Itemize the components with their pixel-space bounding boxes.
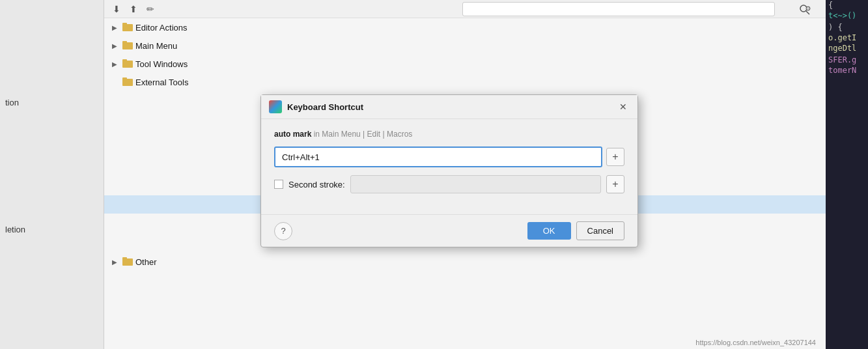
tree-arrow-main-menu[interactable]: ▶ xyxy=(109,40,120,51)
sort-down-icon[interactable]: ⬇ xyxy=(109,2,124,16)
dialog-logo-icon xyxy=(269,100,282,113)
svg-rect-4 xyxy=(122,23,127,25)
second-stroke-checkbox[interactable] xyxy=(274,180,283,189)
tree-item-external-tools[interactable]: External Tools xyxy=(104,73,827,91)
edit-icon[interactable]: ✏ xyxy=(143,2,158,16)
folder-icon-tool-windows xyxy=(122,59,133,70)
search-bar xyxy=(462,0,775,18)
left-sidebar: tion letion xyxy=(0,0,104,349)
tree-label-other: Other xyxy=(135,257,157,267)
code-line-6: ngeDtl xyxy=(826,43,868,53)
code-line-8: SFER.g xyxy=(826,55,868,65)
second-stroke-row: Second stroke: + xyxy=(274,175,624,193)
help-button[interactable]: ? xyxy=(274,222,292,240)
bottom-url: https://blog.csdn.net/weixn_43207144 xyxy=(695,339,816,346)
dialog-titlebar: Keyboard Shortcut ✕ xyxy=(261,95,637,119)
code-line-2: t<~>() xyxy=(826,10,868,21)
code-line-1: { xyxy=(826,0,868,10)
user-search-icon[interactable] xyxy=(796,2,814,16)
keyboard-shortcut-dialog: Keyboard Shortcut ✕ auto mark in Main Me… xyxy=(260,94,638,247)
code-line-9: tomerN xyxy=(826,65,868,76)
tree-arrow-editor-actions[interactable]: ▶ xyxy=(109,22,120,33)
folder-icon-editor-actions xyxy=(122,22,133,33)
svg-rect-6 xyxy=(122,41,127,44)
sidebar-text-letion: letion xyxy=(0,221,96,251)
toolbar: ⬇ ⬆ ✏ xyxy=(104,0,827,18)
tree-label-tool-windows: Tool Windows xyxy=(135,59,188,69)
tree-item-editor-actions[interactable]: ▶ Editor Actions xyxy=(104,18,827,36)
tree-item-tool-windows[interactable]: ▶ Tool Windows xyxy=(104,55,827,73)
breadcrumb-path: in Main Menu | Edit | Macros xyxy=(311,130,412,139)
folder-icon-external-tools xyxy=(122,77,133,88)
tree-arrow-other[interactable]: ▶ xyxy=(109,257,120,267)
svg-rect-12 xyxy=(122,257,127,260)
shortcut-input[interactable] xyxy=(274,147,602,167)
tree-item-main-menu[interactable]: ▶ Main Menu xyxy=(104,36,827,55)
sidebar-text-tion: tion xyxy=(0,94,96,124)
tree-label-main-menu: Main Menu xyxy=(135,41,177,51)
add-shortcut-button[interactable]: + xyxy=(606,148,624,166)
breadcrumb-bold: auto mark xyxy=(274,130,311,139)
dialog-body: auto mark in Main Menu | Edit | Macros +… xyxy=(261,119,637,214)
add-second-stroke-button[interactable]: + xyxy=(606,175,624,193)
dialog-title: Keyboard Shortcut xyxy=(287,102,611,112)
second-stroke-label: Second stroke: xyxy=(288,180,345,189)
code-line-4: ) { xyxy=(826,22,868,33)
right-code-panel: { t<~>() ) { o.getI ngeDtl SFER.g tomerN xyxy=(826,0,868,349)
dialog-breadcrumb: auto mark in Main Menu | Edit | Macros xyxy=(274,130,624,139)
svg-point-2 xyxy=(806,7,810,10)
folder-icon-other xyxy=(122,257,133,268)
svg-rect-10 xyxy=(122,77,127,80)
dialog-footer: ? OK Cancel xyxy=(261,214,637,247)
shortcut-input-row: + xyxy=(274,147,624,167)
ok-button[interactable]: OK xyxy=(527,222,571,240)
search-input[interactable] xyxy=(462,2,775,16)
folder-icon-main-menu xyxy=(122,40,133,51)
tree-arrow-tool-windows[interactable]: ▶ xyxy=(109,59,120,69)
cancel-button[interactable]: Cancel xyxy=(576,221,624,240)
main-panel: ⬇ ⬆ ✏ ▶ Editor Actions ▶ xyxy=(104,0,827,349)
tree-label-external-tools: External Tools xyxy=(135,77,188,87)
tree-item-other[interactable]: ▶ Other xyxy=(104,253,827,271)
dialog-close-button[interactable]: ✕ xyxy=(617,100,630,113)
tree-label-editor-actions: Editor Actions xyxy=(135,23,188,33)
code-line-5: o.getI xyxy=(826,33,868,43)
sort-up-icon[interactable]: ⬆ xyxy=(126,2,141,16)
svg-line-1 xyxy=(806,11,809,14)
svg-rect-8 xyxy=(122,59,127,62)
second-stroke-input[interactable] xyxy=(350,175,601,193)
